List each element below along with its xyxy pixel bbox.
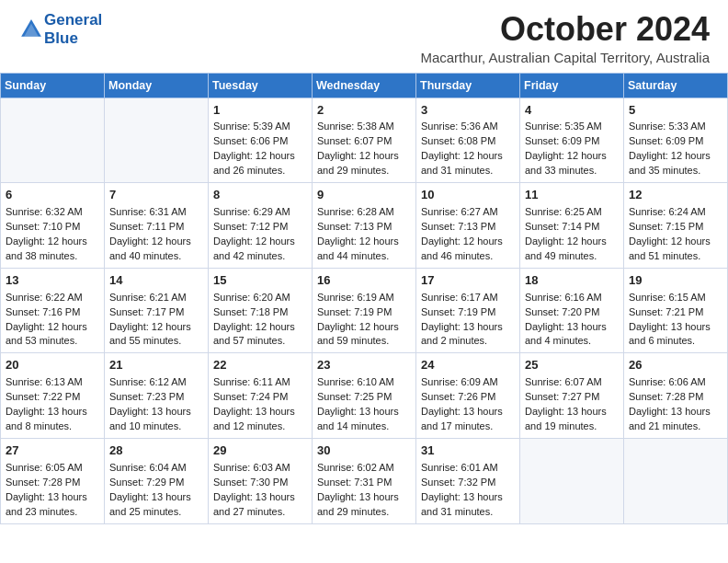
day-number: 17	[421, 272, 515, 290]
day-info: Sunrise: 6:04 AM Sunset: 7:29 PM Dayligh…	[109, 461, 203, 520]
table-row: 8Sunrise: 6:29 AM Sunset: 7:12 PM Daylig…	[209, 183, 313, 269]
day-number: 2	[317, 102, 411, 120]
day-info: Sunrise: 6:03 AM Sunset: 7:30 PM Dayligh…	[213, 461, 307, 520]
day-info: Sunrise: 6:16 AM Sunset: 7:20 PM Dayligh…	[525, 291, 619, 350]
day-number: 10	[421, 187, 515, 204]
table-row: 17Sunrise: 6:17 AM Sunset: 7:19 PM Dayli…	[416, 268, 520, 353]
table-row: 6Sunrise: 6:32 AM Sunset: 7:10 PM Daylig…	[1, 183, 105, 269]
day-number: 13	[6, 272, 99, 290]
day-info: Sunrise: 6:21 AM Sunset: 7:17 PM Dayligh…	[109, 291, 203, 350]
col-tuesday: Tuesday	[209, 73, 313, 98]
table-row: 28Sunrise: 6:04 AM Sunset: 7:29 PM Dayli…	[105, 438, 209, 523]
logo: General Blue	[18, 11, 102, 47]
day-info: Sunrise: 6:31 AM Sunset: 7:11 PM Dayligh…	[109, 205, 203, 264]
day-number: 27	[6, 442, 99, 460]
table-row	[105, 98, 209, 183]
table-row: 11Sunrise: 6:25 AM Sunset: 7:14 PM Dayli…	[520, 183, 624, 269]
table-row: 23Sunrise: 6:10 AM Sunset: 7:25 PM Dayli…	[313, 353, 416, 439]
calendar-week-row: 13Sunrise: 6:22 AM Sunset: 7:16 PM Dayli…	[1, 268, 728, 353]
day-info: Sunrise: 6:05 AM Sunset: 7:28 PM Dayligh…	[6, 461, 99, 520]
day-info: Sunrise: 5:36 AM Sunset: 6:08 PM Dayligh…	[421, 120, 515, 178]
calendar-week-row: 1Sunrise: 5:39 AM Sunset: 6:06 PM Daylig…	[1, 98, 728, 183]
col-monday: Monday	[105, 73, 209, 98]
table-row: 21Sunrise: 6:12 AM Sunset: 7:23 PM Dayli…	[105, 353, 209, 439]
day-number: 11	[525, 187, 619, 204]
day-number: 6	[6, 187, 99, 204]
table-row: 24Sunrise: 6:09 AM Sunset: 7:26 PM Dayli…	[416, 353, 520, 439]
day-number: 16	[317, 272, 411, 290]
table-row	[1, 98, 105, 183]
day-info: Sunrise: 6:20 AM Sunset: 7:18 PM Dayligh…	[213, 291, 307, 350]
table-row: 27Sunrise: 6:05 AM Sunset: 7:28 PM Dayli…	[1, 438, 105, 523]
day-number: 15	[213, 272, 307, 290]
day-info: Sunrise: 6:27 AM Sunset: 7:13 PM Dayligh…	[421, 205, 515, 264]
table-row: 5Sunrise: 5:33 AM Sunset: 6:09 PM Daylig…	[624, 98, 728, 183]
table-row: 10Sunrise: 6:27 AM Sunset: 7:13 PM Dayli…	[416, 183, 520, 269]
logo-general: General	[44, 11, 102, 29]
table-row: 4Sunrise: 5:35 AM Sunset: 6:09 PM Daylig…	[520, 98, 624, 183]
calendar-week-row: 27Sunrise: 6:05 AM Sunset: 7:28 PM Dayli…	[1, 438, 728, 523]
day-number: 4	[525, 102, 619, 120]
day-info: Sunrise: 6:11 AM Sunset: 7:24 PM Dayligh…	[213, 375, 307, 434]
day-number: 21	[109, 357, 203, 374]
table-row: 1Sunrise: 5:39 AM Sunset: 6:06 PM Daylig…	[209, 98, 313, 183]
col-wednesday: Wednesday	[313, 73, 416, 98]
day-number: 9	[317, 187, 411, 204]
table-row: 30Sunrise: 6:02 AM Sunset: 7:31 PM Dayli…	[313, 438, 416, 523]
table-row: 7Sunrise: 6:31 AM Sunset: 7:11 PM Daylig…	[105, 183, 209, 269]
day-number: 18	[525, 272, 619, 290]
day-number: 30	[317, 442, 411, 460]
day-info: Sunrise: 6:19 AM Sunset: 7:19 PM Dayligh…	[317, 291, 411, 350]
col-sunday: Sunday	[1, 73, 105, 98]
day-number: 5	[629, 102, 722, 120]
day-info: Sunrise: 6:15 AM Sunset: 7:21 PM Dayligh…	[629, 291, 722, 350]
day-number: 26	[629, 357, 722, 374]
day-info: Sunrise: 5:35 AM Sunset: 6:09 PM Dayligh…	[525, 120, 619, 178]
day-info: Sunrise: 6:09 AM Sunset: 7:26 PM Dayligh…	[421, 375, 515, 434]
day-number: 22	[213, 357, 307, 374]
calendar-week-row: 20Sunrise: 6:13 AM Sunset: 7:22 PM Dayli…	[1, 353, 728, 439]
table-row: 20Sunrise: 6:13 AM Sunset: 7:22 PM Dayli…	[1, 353, 105, 439]
table-row: 19Sunrise: 6:15 AM Sunset: 7:21 PM Dayli…	[624, 268, 728, 353]
month-title: October 2024	[420, 11, 710, 48]
day-info: Sunrise: 6:32 AM Sunset: 7:10 PM Dayligh…	[6, 205, 99, 264]
calendar-header-row: Sunday Monday Tuesday Wednesday Thursday…	[1, 73, 728, 98]
day-info: Sunrise: 6:25 AM Sunset: 7:14 PM Dayligh…	[525, 205, 619, 264]
day-info: Sunrise: 6:01 AM Sunset: 7:32 PM Dayligh…	[421, 461, 515, 520]
day-info: Sunrise: 5:33 AM Sunset: 6:09 PM Dayligh…	[629, 120, 722, 178]
day-number: 3	[421, 102, 515, 120]
day-number: 1	[213, 102, 307, 120]
table-row: 22Sunrise: 6:11 AM Sunset: 7:24 PM Dayli…	[209, 353, 313, 439]
day-info: Sunrise: 6:29 AM Sunset: 7:12 PM Dayligh…	[213, 205, 307, 264]
day-info: Sunrise: 5:39 AM Sunset: 6:06 PM Dayligh…	[213, 120, 307, 178]
table-row	[624, 438, 728, 523]
table-row: 13Sunrise: 6:22 AM Sunset: 7:16 PM Dayli…	[1, 268, 105, 353]
day-number: 31	[421, 442, 515, 460]
col-saturday: Saturday	[624, 73, 728, 98]
calendar-week-row: 6Sunrise: 6:32 AM Sunset: 7:10 PM Daylig…	[1, 183, 728, 269]
col-thursday: Thursday	[416, 73, 520, 98]
day-number: 29	[213, 442, 307, 460]
day-info: Sunrise: 6:28 AM Sunset: 7:13 PM Dayligh…	[317, 205, 411, 264]
day-number: 14	[109, 272, 203, 290]
table-row: 3Sunrise: 5:36 AM Sunset: 6:08 PM Daylig…	[416, 98, 520, 183]
day-number: 24	[421, 357, 515, 374]
logo-text: General Blue	[44, 11, 102, 47]
day-info: Sunrise: 6:10 AM Sunset: 7:25 PM Dayligh…	[317, 375, 411, 434]
table-row: 15Sunrise: 6:20 AM Sunset: 7:18 PM Dayli…	[209, 268, 313, 353]
table-row: 2Sunrise: 5:38 AM Sunset: 6:07 PM Daylig…	[313, 98, 416, 183]
day-number: 23	[317, 357, 411, 374]
table-row: 16Sunrise: 6:19 AM Sunset: 7:19 PM Dayli…	[313, 268, 416, 353]
day-info: Sunrise: 6:17 AM Sunset: 7:19 PM Dayligh…	[421, 291, 515, 350]
day-info: Sunrise: 6:02 AM Sunset: 7:31 PM Dayligh…	[317, 461, 411, 520]
table-row: 31Sunrise: 6:01 AM Sunset: 7:32 PM Dayli…	[416, 438, 520, 523]
day-number: 19	[629, 272, 722, 290]
day-number: 25	[525, 357, 619, 374]
day-info: Sunrise: 6:12 AM Sunset: 7:23 PM Dayligh…	[109, 375, 203, 434]
calendar-table: Sunday Monday Tuesday Wednesday Thursday…	[0, 73, 728, 524]
logo-blue: Blue	[44, 29, 102, 48]
day-number: 20	[6, 357, 99, 374]
col-friday: Friday	[520, 73, 624, 98]
table-row: 18Sunrise: 6:16 AM Sunset: 7:20 PM Dayli…	[520, 268, 624, 353]
day-info: Sunrise: 6:07 AM Sunset: 7:27 PM Dayligh…	[525, 375, 619, 434]
